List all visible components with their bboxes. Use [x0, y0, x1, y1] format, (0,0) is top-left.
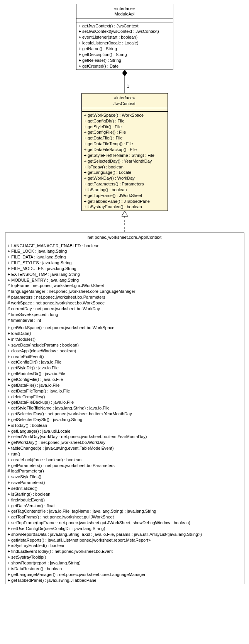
- member-row: + getTopFrame() : JWorkSheet: [84, 193, 165, 199]
- member-row: + getConfigDir() : java.io.File: [8, 359, 242, 365]
- member-row: + getStyleDir() : java.io.File: [8, 365, 242, 371]
- member-row: + getConfigDir() : File: [84, 118, 165, 124]
- member-row: + getLanguageManager() : net.ponec.jwork…: [8, 572, 242, 578]
- member-row: + getLanguage() : Locale: [84, 170, 165, 175]
- class-title: net.ponec.jworksheet.core.ApplContext: [5, 233, 244, 242]
- member-row: + getRelease() : String: [79, 58, 171, 63]
- member-row: + getSelectedDay() : YearMonthDay: [84, 158, 165, 164]
- member-row: + setTopFrame(topFrame : net.ponec.jwork…: [8, 520, 242, 526]
- member-row: + setUserConfigDir(userConfigDir : java.…: [8, 526, 242, 532]
- member-row: + getModulesDir() : java.io.File: [8, 371, 242, 377]
- uml-class-diagram: «interface» ModuleApi + getJwsContext() …: [4, 4, 245, 584]
- member-row: + showReport(aData : java.lang.String, a…: [8, 532, 242, 537]
- member-row: + isToday() : boolean: [8, 423, 242, 428]
- class-name: JwsContext: [84, 101, 165, 106]
- member-row: + MODULE_ENTRY : java.lang.String: [8, 277, 242, 283]
- member-row: + getDataFileBackup() : java.io.File: [8, 399, 242, 405]
- member-row: + getStyleDir() : File: [84, 124, 165, 130]
- member-row: # parameters : net.ponec.jworksheet.bo.P…: [8, 294, 242, 300]
- member-row: + LANGUAGE_MANAGER_ENABLED : boolean: [8, 243, 242, 249]
- member-row: + getDescription() : String: [79, 52, 171, 58]
- member-row: + getSelectedDay() : net.ponec.jworkshee…: [8, 411, 242, 417]
- member-row: # loadParameters(): [8, 468, 242, 474]
- member-row: # workSpace : net.ponec.jworksheet.bo.Wo…: [8, 300, 242, 306]
- member-row: + getParameters() : net.ponec.jworksheet…: [8, 463, 242, 469]
- member-row: + getConfigFile() : File: [84, 129, 165, 135]
- member-row: + getTagContent(file : java.io.File, tag…: [8, 508, 242, 514]
- member-row: + deleteTempFiles(): [8, 394, 242, 400]
- stereotype: «interface»: [79, 6, 171, 11]
- member-row: # currentDay : net.ponec.jworksheet.bo.W…: [8, 306, 242, 312]
- member-row: + saveParameters(): [8, 480, 242, 486]
- class-box-moduleapi: «interface» ModuleApi + getJwsContext() …: [76, 4, 173, 70]
- member-row: + createLock(force : boolean) : boolean: [8, 457, 242, 463]
- member-row: # languageManager : net.ponec.jworksheet…: [8, 289, 242, 294]
- member-row: + getTabbedPane() : javax.swing.JTabbedP…: [8, 578, 242, 583]
- operations-compartment: + getJwsContext() : JwsContext+ setJwsCo…: [76, 22, 173, 70]
- svg-marker-0: [122, 70, 127, 76]
- member-row: # timeSaveExpected : long: [8, 312, 242, 318]
- member-row: # topFrame : net.ponec.jworksheet.gui.JW…: [8, 283, 242, 289]
- member-row: + setSystrayTooltip(): [8, 554, 242, 560]
- member-row: + createExitEvent(): [8, 354, 242, 360]
- attributes-compartment: [82, 108, 168, 112]
- member-row: + getStyleFile(fileName : java.lang.Stri…: [8, 405, 242, 411]
- member-row: + getLanguage() : java.util.Locale: [8, 428, 242, 434]
- member-row: + getConfigFile() : java.io.File: [8, 377, 242, 382]
- class-box-applcontext: net.ponec.jworksheet.core.ApplContext + …: [5, 233, 244, 584]
- member-row: + getParameters() : Parameters: [84, 181, 165, 187]
- member-row: # timeInterval : int: [8, 318, 242, 323]
- member-row: + getDataFileTemp() : File: [84, 141, 165, 147]
- member-row: + EXTENSION_TMP : java.lang.String: [8, 272, 242, 277]
- member-row: + getStyleFile(fileName : String) : File: [84, 153, 165, 158]
- member-row: + isSystrayEnabled() : boolean: [84, 204, 165, 210]
- member-row: + FILE_STYLES : java.lang.String: [8, 260, 242, 266]
- member-row: + getWorkDay() : WorkDay: [84, 175, 165, 181]
- member-row: + closeAppl(closeWindow : boolean): [8, 348, 242, 354]
- member-row: + FILE_MODULES : java.lang.String: [8, 266, 242, 272]
- class-name: ModuleApi: [79, 11, 171, 17]
- member-row: + showReport(report : java.lang.String): [8, 560, 242, 566]
- member-row: + getWorkSpace() : net.ponec.jworksheet.…: [8, 325, 242, 331]
- member-row: + loadData(): [8, 331, 242, 336]
- member-row: + fireModuleEvent(): [8, 497, 242, 503]
- member-row: + FILE_LOCK : java.lang.String: [8, 248, 242, 254]
- member-row: + FILE_DATA : java.lang.String: [8, 254, 242, 260]
- member-row: + initModules(): [8, 336, 242, 342]
- class-title: «interface» ModuleApi: [76, 4, 173, 19]
- member-row: + getSelectedDayStr() : java.lang.String: [8, 417, 242, 423]
- member-row: + tableChanged(e : javax.swing.event.Tab…: [8, 445, 242, 451]
- class-title: «interface» JwsContext: [82, 93, 168, 108]
- member-row: + setInitialized(): [8, 486, 242, 491]
- member-row: + localeListener(locale : Locale): [79, 40, 171, 46]
- svg-marker-2: [122, 211, 128, 216]
- member-row: + selectWorkDay(workDay : net.ponec.jwor…: [8, 434, 242, 440]
- member-row: + getCreated() : Date: [79, 63, 171, 69]
- class-box-jwscontext: «interface» JwsContext + getWorkSpace() …: [81, 93, 168, 211]
- member-row: + isToday() : boolean: [84, 164, 165, 170]
- realization-connector: [76, 211, 173, 233]
- member-row: + isSystrayEnabled() : boolean: [8, 543, 242, 549]
- member-row: + getJwsContext() : JwsContext: [79, 23, 171, 29]
- composition-connector: [76, 70, 173, 93]
- member-row: + getMetaReports() : java.util.List<net.…: [8, 537, 242, 543]
- member-row: + getDataFile() : java.io.File: [8, 382, 242, 388]
- member-row: + getTopFrame() : net.ponec.jworksheet.g…: [8, 514, 242, 520]
- member-row: + getDataFileBackup() : File: [84, 147, 165, 153]
- multiplicity-label: 1: [127, 84, 129, 88]
- attributes-compartment: + LANGUAGE_MANAGER_ENABLED : boolean+ FI…: [5, 242, 244, 325]
- member-row: + getName() : String: [79, 46, 171, 52]
- member-row: + setJwsContext(jwsContext : JwsContext): [79, 29, 171, 34]
- member-row: + getDataFile() : File: [84, 135, 165, 141]
- member-row: + getWorkSpace() : WorkSpace: [84, 112, 165, 118]
- member-row: + run(): [8, 451, 242, 457]
- member-row: + isDataRestored() : boolean: [8, 566, 242, 572]
- attributes-compartment: [76, 19, 173, 22]
- member-row: + getDataFileTemp() : java.io.File: [8, 388, 242, 394]
- operations-compartment: + getWorkSpace() : net.ponec.jworksheet.…: [5, 324, 244, 584]
- member-row: + getTabbedPane() : JTabbedPane: [84, 199, 165, 204]
- member-row: + getDataVersion() : float: [8, 503, 242, 509]
- member-row: + saveStyleFiles(): [8, 474, 242, 480]
- member-row: + saveData(includeParams : boolean): [8, 342, 242, 348]
- member-row: + isStarting() : boolean: [84, 187, 165, 193]
